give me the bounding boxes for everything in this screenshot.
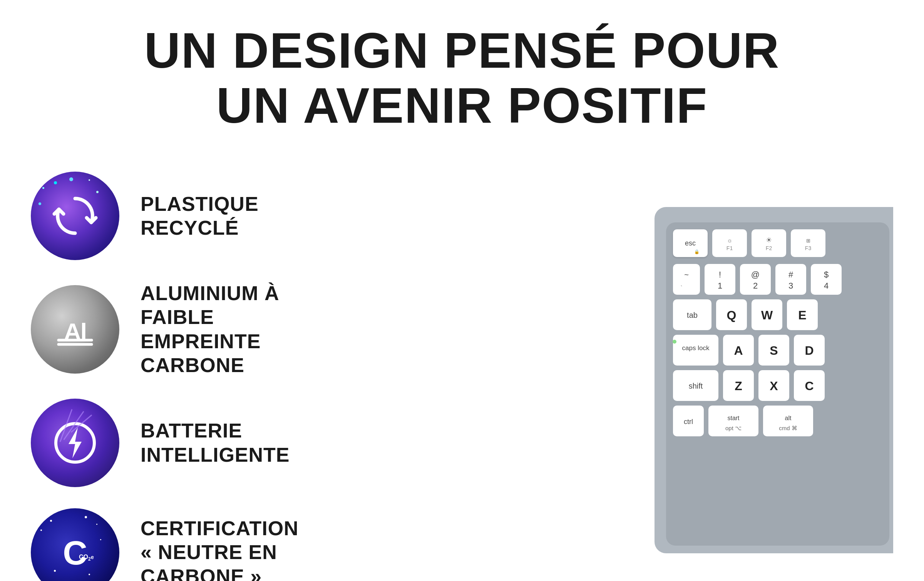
svg-text:e: e — [91, 554, 94, 560]
svg-rect-22 — [673, 264, 700, 295]
feature-recycle: PLASTIQUE RECYCLÉ — [31, 172, 300, 260]
svg-text:F3: F3 — [805, 245, 812, 251]
svg-text:2: 2 — [88, 556, 91, 562]
aluminum-icon: Al — [50, 304, 100, 354]
headline-line1: UN DESIGN PENSÉ POUR — [144, 23, 780, 78]
keyboard-wrapper: esc 🔒 ☼ F1 ☀ F2 ⊞ F3 — [654, 207, 893, 553]
svg-text:ctrl: ctrl — [684, 418, 693, 426]
svg-text:alt: alt — [785, 415, 792, 421]
features-list: PLASTIQUE RECYCLÉ Al ALUMINIUM À FAIBLE — [31, 164, 300, 581]
svg-text:cmd ⌘: cmd ⌘ — [779, 425, 797, 431]
svg-text:C: C — [63, 534, 87, 572]
svg-text:🔒: 🔒 — [694, 249, 700, 254]
svg-text:3: 3 — [788, 281, 793, 290]
svg-text:C: C — [805, 379, 814, 393]
svg-text:2: 2 — [753, 281, 758, 290]
svg-text:#: # — [788, 270, 793, 279]
battery-icon — [50, 418, 100, 468]
keyboard-svg: esc 🔒 ☼ F1 ☀ F2 ⊞ F3 — [666, 222, 889, 546]
svg-text:$: $ — [824, 270, 829, 279]
headline: UN DESIGN PENSÉ POUR UN AVENIR POSITIF — [144, 23, 780, 133]
feature-recycle-text: PLASTIQUE RECYCLÉ — [141, 192, 300, 240]
svg-text:`: ` — [681, 285, 683, 291]
svg-text:shift: shift — [689, 382, 703, 390]
svg-text:caps lock: caps lock — [682, 344, 710, 352]
feature-aluminum: Al ALUMINIUM À FAIBLE EMPREINTE CARBONE — [31, 281, 300, 377]
svg-text:F1: F1 — [726, 245, 733, 251]
svg-text:Z: Z — [735, 379, 742, 393]
svg-text:start: start — [727, 415, 740, 421]
svg-text:F2: F2 — [766, 245, 772, 251]
icon-aluminum: Al — [31, 285, 119, 374]
feature-carbon-text: CERTIFICATION « NEUTRE EN CARBONE » — [141, 516, 299, 581]
feature-aluminum-text: ALUMINIUM À FAIBLE EMPREINTE CARBONE — [141, 281, 300, 377]
svg-text:W: W — [761, 308, 773, 322]
svg-text:E: E — [798, 308, 806, 322]
icon-carbon: C CO 2 e — [31, 508, 119, 581]
keyboard-area: esc 🔒 ☼ F1 ☀ F2 ⊞ F3 — [316, 164, 893, 581]
carbon-icon: C CO 2 e — [50, 528, 100, 578]
svg-text:1: 1 — [718, 281, 722, 290]
svg-text:!: ! — [719, 270, 721, 279]
svg-text:A: A — [734, 344, 743, 357]
headline-line2: UN AVENIR POSITIF — [144, 78, 780, 133]
feature-carbon: C CO 2 e CERTIFICATION « NEUTRE EN CARBO… — [31, 508, 300, 581]
svg-text:S: S — [770, 344, 778, 357]
svg-text:~: ~ — [684, 270, 689, 279]
svg-text:⊞: ⊞ — [806, 238, 810, 244]
icon-battery — [31, 399, 119, 487]
svg-text:@: @ — [751, 270, 760, 279]
svg-text:☼: ☼ — [727, 237, 733, 244]
page-container: UN DESIGN PENSÉ POUR UN AVENIR POSITIF — [0, 0, 924, 581]
icon-recycle — [31, 172, 119, 260]
content-area: PLASTIQUE RECYCLÉ Al ALUMINIUM À FAIBLE — [31, 164, 893, 581]
recycle-icon — [50, 191, 100, 241]
svg-text:4: 4 — [824, 281, 829, 290]
feature-battery: BATTERIE INTELLIGENTE — [31, 399, 300, 487]
svg-text:D: D — [805, 344, 814, 357]
svg-text:X: X — [770, 379, 778, 393]
svg-point-47 — [673, 340, 676, 344]
svg-text:☀: ☀ — [766, 236, 772, 244]
svg-text:Q: Q — [727, 308, 737, 322]
feature-battery-text: BATTERIE INTELLIGENTE — [141, 419, 290, 467]
svg-text:tab: tab — [687, 311, 698, 319]
svg-text:opt ⌥: opt ⌥ — [725, 425, 742, 431]
svg-text:CO: CO — [79, 554, 88, 560]
svg-text:esc: esc — [685, 239, 696, 247]
